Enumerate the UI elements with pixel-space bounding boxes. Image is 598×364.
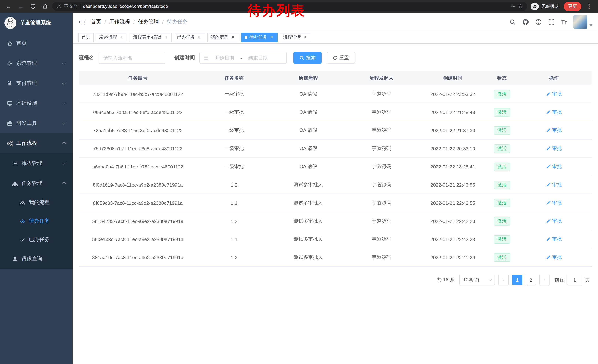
range-separator: - (241, 55, 242, 61)
browser-menu-icon[interactable]: ⋮ (586, 3, 593, 10)
sidebar-item-payment[interactable]: ¥ 支付管理 (0, 73, 73, 93)
sidebar-item-process-management[interactable]: 流程管理 (0, 153, 73, 173)
process-name-input[interactable] (99, 52, 165, 64)
goto-page-input[interactable] (567, 275, 582, 285)
incognito-icon (531, 2, 539, 10)
close-icon[interactable]: × (231, 35, 236, 40)
tab-home[interactable]: 首页 (78, 32, 94, 42)
tab-process-detail[interactable]: 流程详情× (280, 32, 311, 42)
toolbox-icon (7, 120, 13, 126)
page-button-1[interactable]: 1 (512, 275, 523, 285)
font-size-icon[interactable]: TT (561, 19, 567, 25)
status-badge: 激活 (494, 126, 510, 135)
reset-button[interactable]: 重置 (327, 52, 355, 64)
app-title: 芋道管理系统 (20, 20, 51, 26)
approve-button[interactable]: 审批 (546, 236, 562, 243)
close-icon[interactable]: × (269, 35, 274, 40)
date-range-picker[interactable]: - (199, 52, 287, 64)
cell-task-id: 8f059c03-7ac8-11ec-a9e2-a2380e71991a (79, 200, 197, 206)
status-badge: 激活 (494, 108, 510, 116)
cell-created: 2022-01-21 22:43:55 (418, 182, 488, 187)
approve-button[interactable]: 审批 (546, 163, 562, 170)
breadcrumb-workflow[interactable]: 工作流程 (109, 18, 130, 25)
search-icon[interactable] (509, 18, 516, 25)
approve-button[interactable]: 审批 (546, 181, 562, 188)
github-icon[interactable] (522, 18, 529, 25)
start-date-input[interactable] (211, 55, 238, 61)
approve-button[interactable]: 审批 (546, 127, 562, 134)
list-icon (12, 160, 18, 166)
tab-my-process[interactable]: 我的流程× (208, 32, 239, 42)
calendar-icon (203, 55, 208, 60)
approve-button[interactable]: 审批 (546, 91, 562, 97)
approve-button[interactable]: 审批 (546, 200, 562, 206)
sidebar-item-leave-query[interactable]: 请假查询 (0, 249, 73, 269)
cell-initiator: 芋道源码 (345, 91, 418, 97)
user-menu[interactable] (573, 15, 592, 29)
sidebar-item-my-process[interactable]: 我的流程 (0, 193, 73, 212)
key-icon[interactable] (511, 4, 515, 9)
tab-done-tasks[interactable]: 已办任务× (174, 32, 205, 42)
close-icon[interactable]: × (119, 35, 124, 40)
tab-form-edit[interactable]: 流程表单-编辑× (130, 32, 172, 42)
cell-created: 2022-01-21 22:42:23 (418, 236, 488, 242)
cell-created: 2022-01-22 23:53:32 (418, 91, 488, 97)
sidebar-item-task-management[interactable]: 任务管理 (0, 173, 73, 193)
sidebar-item-home[interactable]: 首页 (0, 33, 73, 53)
close-icon[interactable]: × (197, 35, 202, 40)
tab-todo-tasks[interactable]: 待办任务× (241, 32, 277, 42)
avatar[interactable] (573, 15, 587, 29)
status-badge: 激活 (494, 144, 510, 153)
edit-icon (546, 128, 551, 133)
tab-start-process[interactable]: 发起流程× (96, 32, 127, 42)
search-button[interactable]: 搜索 (293, 52, 322, 64)
edit-icon (546, 183, 551, 187)
cell-task-name: 一级审批 (197, 91, 271, 97)
cell-initiator: 芋道源码 (345, 200, 418, 206)
back-icon[interactable]: ← (5, 3, 12, 10)
approve-button[interactable]: 审批 (546, 109, 562, 115)
breadcrumb-task-management[interactable]: 任务管理 (138, 18, 159, 25)
cell-task-name: 一级审批 (197, 127, 271, 134)
cell-task-name: 一级审批 (197, 145, 271, 152)
next-page-button[interactable]: › (540, 275, 550, 285)
sidebar-item-infrastructure[interactable]: 基础设施 (0, 93, 73, 113)
create-time-label: 创建时间 (174, 54, 195, 61)
close-icon[interactable]: × (303, 35, 308, 40)
browser-update-button[interactable]: 更新 (564, 2, 581, 11)
page-button-2[interactable]: 2 (526, 275, 536, 285)
table-row: 58154733-7ac8-11ec-a9e2-a2380e71991a 1.2… (79, 212, 592, 230)
end-date-input[interactable] (244, 55, 272, 61)
sidebar-item-system[interactable]: 系统管理 (0, 53, 73, 73)
breadcrumb-home[interactable]: 首页 (91, 18, 101, 25)
approve-button[interactable]: 审批 (546, 254, 562, 261)
table-header-row: 任务编号 任务名称 所属流程 流程发起人 创建时间 状态 操作 (79, 71, 592, 85)
eye-icon (19, 218, 25, 224)
help-icon[interactable] (535, 18, 542, 25)
sidebar-item-done-tasks[interactable]: 已办任务 (0, 230, 73, 249)
forward-icon[interactable]: → (17, 3, 24, 10)
cell-task-id: a6aba0a4-7b6d-11ec-b781-acde48001122 (79, 164, 197, 170)
cell-initiator: 芋道源码 (345, 181, 418, 188)
status-badge: 激活 (494, 180, 510, 189)
approve-button[interactable]: 审批 (546, 145, 562, 152)
table-row: 8f059c03-7ac8-11ec-a9e2-a2380e71991a 1.1… (79, 194, 592, 212)
status-badge: 激活 (494, 217, 510, 225)
refresh-icon[interactable] (30, 3, 36, 10)
sidebar-item-devtools[interactable]: 研发工具 (0, 113, 73, 133)
app-logo[interactable]: 芋道管理系统 (0, 13, 73, 33)
approve-button[interactable]: 审批 (546, 218, 562, 224)
bookmark-star-icon[interactable]: ☆ (518, 3, 523, 9)
sidebar-item-workflow[interactable]: 工作流程 (0, 133, 73, 153)
prev-page-button[interactable]: ‹ (498, 275, 509, 285)
refresh-icon (333, 55, 338, 60)
page-size-select[interactable]: 10条/页 (459, 275, 495, 285)
sidebar-item-todo-tasks[interactable]: 待办任务 (0, 212, 73, 230)
sidebar-collapse-icon[interactable] (78, 18, 85, 25)
cell-initiator: 芋道源码 (345, 218, 418, 224)
close-icon[interactable]: × (163, 35, 168, 40)
home-button-icon[interactable] (42, 3, 49, 10)
table-row: 580e1b3d-7ac8-11ec-a9e2-a2380e71991a 1.1… (79, 230, 592, 249)
fullscreen-icon[interactable] (548, 18, 555, 25)
cell-process: OA 请假 (271, 109, 345, 115)
